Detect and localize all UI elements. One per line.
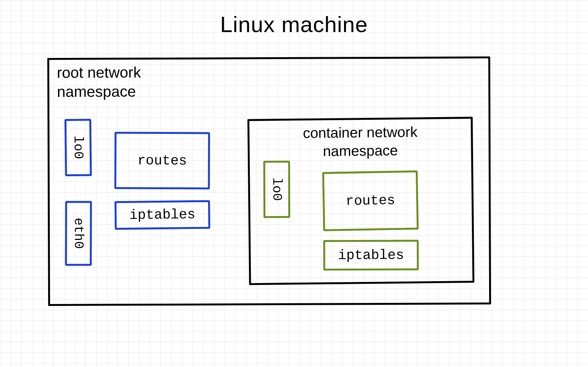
container-routes-label: routes [346, 193, 395, 209]
container-routes-box: routes [322, 171, 419, 231]
container-iptables-label: iptables [338, 247, 404, 263]
root-eth0-box: eth0 [65, 201, 92, 266]
root-iptables-label: iptables [129, 207, 195, 223]
container-namespace-label: container network namespace [249, 122, 471, 161]
container-lo0-label: lo0 [270, 178, 284, 201]
root-routes-label: routes [137, 153, 187, 168]
root-eth0-label: eth0 [71, 218, 86, 249]
linux-machine-box: root network namespace lo0 eth0 routes i… [47, 56, 491, 306]
container-iptables-box: iptables [323, 240, 419, 270]
container-namespace-label-line2: namespace [323, 142, 398, 159]
root-namespace-label-line1: root network [57, 64, 141, 81]
root-lo0-label: lo0 [71, 136, 86, 159]
root-lo0-box: lo0 [65, 119, 92, 176]
root-namespace-label: root network namespace [57, 63, 141, 101]
diagram-title: Linux machine [0, 11, 588, 37]
root-routes-box: routes [115, 132, 210, 190]
container-lo0-box: lo0 [263, 161, 291, 218]
root-iptables-box: iptables [115, 200, 210, 230]
root-namespace-label-line2: namespace [57, 83, 136, 100]
container-namespace-label-line1: container network [303, 124, 417, 141]
container-namespace-box: container network namespace lo0 routes i… [247, 117, 475, 285]
